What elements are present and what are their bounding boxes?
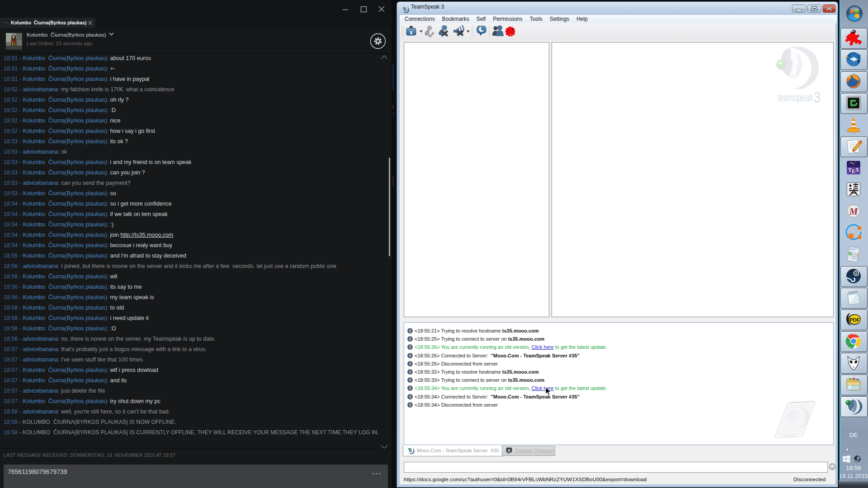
svg-text:M: M [849,206,859,217]
svg-text:x: x [410,29,413,36]
svg-text:PDF: PDF [849,317,860,323]
svg-text:3: 3 [814,89,821,106]
svg-text:A: A [508,448,511,453]
svg-text:teamspeak: teamspeak [778,91,813,103]
